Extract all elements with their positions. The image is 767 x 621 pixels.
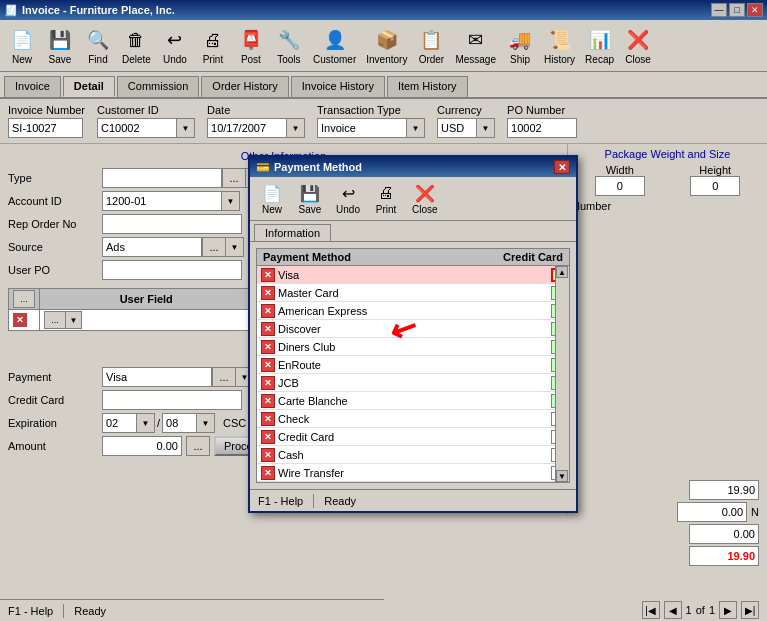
list-scrollbar[interactable]: ▲ ▼ xyxy=(555,266,569,482)
tab-invoice[interactable]: Invoice xyxy=(4,76,61,97)
date-dropdown[interactable]: ▼ xyxy=(287,118,305,138)
modal-new-btn[interactable]: 📄 New xyxy=(254,180,290,217)
user-field-x-btn[interactable]: ✕ xyxy=(13,313,27,327)
exp-month-input[interactable] xyxy=(102,413,137,433)
type-dotdot[interactable]: ... xyxy=(222,168,246,188)
modal-close-tool[interactable]: ❌ Close xyxy=(406,180,444,217)
toolbar-close[interactable]: ❌ Close xyxy=(620,24,656,67)
close-window-button[interactable]: ✕ xyxy=(747,3,763,17)
minimize-button[interactable]: — xyxy=(711,3,727,17)
toolbar-save[interactable]: 💾 Save xyxy=(42,24,78,67)
width-input[interactable] xyxy=(595,176,645,196)
maximize-button[interactable]: □ xyxy=(729,3,745,17)
tab-commission[interactable]: Commission xyxy=(117,76,200,97)
credit-card-x-btn[interactable]: ✕ xyxy=(261,430,275,444)
user-field-inner-dotdot[interactable]: ... xyxy=(44,311,66,329)
tab-detail[interactable]: Detail xyxy=(63,76,115,97)
toolbar-order[interactable]: 📋 Order xyxy=(413,24,449,67)
toolbar-undo[interactable]: ↩ Undo xyxy=(157,24,193,67)
toolbar-recap[interactable]: 📊 Recap xyxy=(581,24,618,67)
exp-year-dropdown[interactable]: ▼ xyxy=(197,413,215,433)
currency-dropdown[interactable]: ▼ xyxy=(477,118,495,138)
toolbar-delete[interactable]: 🗑 Delete xyxy=(118,24,155,67)
payment-row-wire-transfer[interactable]: ✕ Wire Transfer xyxy=(257,464,569,482)
source-input[interactable] xyxy=(102,237,202,257)
toolbar-ship[interactable]: 🚚 Ship xyxy=(502,24,538,67)
exp-year-input[interactable] xyxy=(162,413,197,433)
payment-row-carte-blanche[interactable]: ✕ Carte Blanche ✓ xyxy=(257,392,569,410)
payment-row-diners[interactable]: ✕ Diners Club ✓ xyxy=(257,338,569,356)
modal-print-btn[interactable]: 🖨 Print xyxy=(368,180,404,217)
scroll-down-btn[interactable]: ▼ xyxy=(556,470,568,482)
credit-card-input[interactable] xyxy=(102,390,242,410)
tab-item-history[interactable]: Item History xyxy=(387,76,468,97)
payment-row-enroute[interactable]: ✕ EnRoute ✓ xyxy=(257,356,569,374)
currency-label: Currency xyxy=(437,104,495,116)
invoice-number-label: Invoice Number xyxy=(8,104,85,116)
last-page-btn[interactable]: ▶| xyxy=(741,601,759,619)
diners-x-btn[interactable]: ✕ xyxy=(261,340,275,354)
payment-row-amex[interactable]: ✕ American Express ✓ xyxy=(257,302,569,320)
toolbar-customer[interactable]: 👤 Customer xyxy=(309,24,360,67)
amount-input[interactable] xyxy=(102,436,182,456)
carte-blanche-x-btn[interactable]: ✕ xyxy=(261,394,275,408)
discover-x-btn[interactable]: ✕ xyxy=(261,322,275,336)
customer-id-input[interactable] xyxy=(97,118,177,138)
wire-transfer-x-btn[interactable]: ✕ xyxy=(261,466,275,480)
account-id-dropdown[interactable]: ▼ xyxy=(222,191,240,211)
source-dotdot[interactable]: ... xyxy=(202,237,226,257)
account-id-input[interactable] xyxy=(102,191,222,211)
payment-row-visa[interactable]: ✕ Visa ✓ xyxy=(257,266,569,284)
cash-x-btn[interactable]: ✕ xyxy=(261,448,275,462)
enroute-x-btn[interactable]: ✕ xyxy=(261,358,275,372)
first-page-btn[interactable]: |◀ xyxy=(642,601,660,619)
po-number-input[interactable] xyxy=(507,118,577,138)
exp-month-dropdown[interactable]: ▼ xyxy=(137,413,155,433)
visa-x-btn[interactable]: ✕ xyxy=(261,268,275,282)
toolbar-history[interactable]: 📜 History xyxy=(540,24,579,67)
mastercard-x-btn[interactable]: ✕ xyxy=(261,286,275,300)
check-x-btn[interactable]: ✕ xyxy=(261,412,275,426)
toolbar-message[interactable]: ✉ Message xyxy=(451,24,500,67)
modal-close-button[interactable]: ✕ xyxy=(554,160,570,174)
payment-input[interactable] xyxy=(102,367,212,387)
transaction-type-dropdown[interactable]: ▼ xyxy=(407,118,425,138)
height-input[interactable] xyxy=(690,176,740,196)
toolbar-post[interactable]: 📮 Post xyxy=(233,24,269,67)
payment-row-credit-card[interactable]: ✕ Credit Card xyxy=(257,428,569,446)
transaction-type-input[interactable] xyxy=(317,118,407,138)
customer-id-dropdown[interactable]: ▼ xyxy=(177,118,195,138)
payment-row-cash[interactable]: ✕ Cash xyxy=(257,446,569,464)
toolbar-find[interactable]: 🔍 Find xyxy=(80,24,116,67)
modal-save-btn[interactable]: 💾 Save xyxy=(292,180,328,217)
user-field-inner-dropdown[interactable]: ▼ xyxy=(66,311,82,329)
source-dropdown[interactable]: ▼ xyxy=(226,237,244,257)
prev-page-btn[interactable]: ◀ xyxy=(664,601,682,619)
payment-row-jcb[interactable]: ✕ JCB ✓ xyxy=(257,374,569,392)
tab-invoice-history[interactable]: Invoice History xyxy=(291,76,385,97)
modal-tab-information[interactable]: Information xyxy=(254,224,331,241)
toolbar-new[interactable]: 📄 New xyxy=(4,24,40,67)
invoice-number-input[interactable] xyxy=(8,118,83,138)
payment-row-mastercard[interactable]: ✕ Master Card ✓ xyxy=(257,284,569,302)
user-field-dotdot[interactable]: ... xyxy=(13,290,35,308)
next-page-btn[interactable]: ▶ xyxy=(719,601,737,619)
csc-label: CSC xyxy=(223,417,246,429)
type-input[interactable] xyxy=(102,168,222,188)
payment-dotdot[interactable]: ... xyxy=(212,367,236,387)
jcb-x-btn[interactable]: ✕ xyxy=(261,376,275,390)
toolbar-tools[interactable]: 🔧 Tools xyxy=(271,24,307,67)
toolbar-inventory[interactable]: 📦 Inventory xyxy=(362,24,411,67)
scroll-up-btn[interactable]: ▲ xyxy=(556,266,568,278)
tab-order-history[interactable]: Order History xyxy=(201,76,288,97)
amount-dotdot[interactable]: ... xyxy=(186,436,210,456)
toolbar-print[interactable]: 🖨 Print xyxy=(195,24,231,67)
currency-input[interactable] xyxy=(437,118,477,138)
payment-row-discover[interactable]: ✕ Discover ✓ xyxy=(257,320,569,338)
payment-row-check[interactable]: ✕ Check xyxy=(257,410,569,428)
modal-undo-btn[interactable]: ↩ Undo xyxy=(330,180,366,217)
amex-x-btn[interactable]: ✕ xyxy=(261,304,275,318)
user-po-input[interactable] xyxy=(102,260,242,280)
date-input[interactable] xyxy=(207,118,287,138)
rep-order-input[interactable] xyxy=(102,214,242,234)
